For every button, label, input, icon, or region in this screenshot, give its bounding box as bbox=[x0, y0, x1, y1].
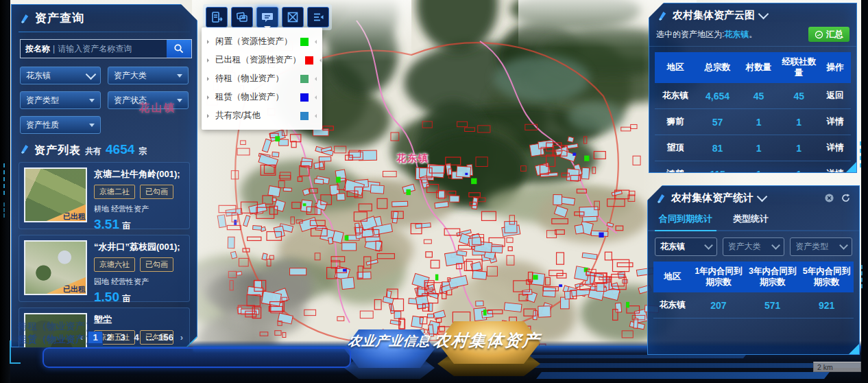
col-header: 5年内合同到期宗数 bbox=[799, 262, 854, 292]
left-panel-stand bbox=[43, 347, 351, 368]
back-link[interactable]: 返回 bbox=[819, 83, 851, 109]
asset-area-unit: 亩 bbox=[122, 293, 130, 305]
legend-item[interactable]: 共有宗/其他 bbox=[207, 106, 317, 125]
asset-type-select[interactable]: 资产类型 bbox=[20, 91, 101, 109]
col-header: 3年内合同到期宗数 bbox=[745, 262, 799, 292]
caret-down-icon bbox=[177, 99, 182, 102]
refresh-icon[interactable] bbox=[841, 193, 851, 203]
legend-label: 共有宗/其他 bbox=[215, 110, 296, 121]
nav-rural-collective-asset-label[interactable]: 农村集体资产 bbox=[432, 329, 541, 351]
total-count-cell: 57 bbox=[696, 109, 739, 135]
region-cell: 花东镇 bbox=[655, 83, 696, 109]
stats-category-select[interactable]: 资产大类 bbox=[723, 237, 785, 256]
edge-decoration bbox=[860, 141, 861, 167]
asset-list-item[interactable]: 已出租 “水井口”荔枝园(001); 京塘六社 已勾画 园地 经营性资产 1.5… bbox=[19, 235, 190, 302]
panel-title: 农村集体资产云图 bbox=[673, 9, 755, 22]
expiry-3y-cell: 571 bbox=[745, 292, 799, 318]
tab-type-stats[interactable]: 类型统计 bbox=[732, 210, 770, 230]
expiry-5y-cell: 921 bbox=[799, 292, 854, 318]
chevron-down-icon[interactable] bbox=[758, 9, 769, 20]
selected-region: 花东镇 bbox=[724, 29, 749, 40]
total-count-cell: 4,654 bbox=[696, 83, 739, 109]
region-cell: 花东镇 bbox=[653, 292, 691, 318]
caret-down-icon bbox=[89, 124, 95, 127]
page-156-button[interactable]: 156 bbox=[157, 332, 175, 343]
col-header: 总宗数 bbox=[696, 52, 739, 83]
close-icon[interactable] bbox=[824, 193, 834, 203]
col-header: 地区 bbox=[655, 52, 696, 83]
asset-tag: 已勾画 bbox=[140, 185, 173, 199]
detail-link[interactable]: 详情 bbox=[819, 135, 851, 161]
legend-label: 闲置（资源性资产） bbox=[215, 36, 296, 47]
expiry-1y-cell: 207 bbox=[691, 292, 745, 318]
clear-box-icon[interactable] bbox=[282, 7, 304, 27]
left-edge-shadow bbox=[0, 0, 10, 383]
page-prev-button[interactable]: ‹ bbox=[75, 332, 88, 343]
arrow-left-icon bbox=[313, 77, 317, 81]
nav-agriculture-industry-label[interactable]: 农业产业信息 bbox=[348, 332, 432, 350]
region-cell: 鸿鹤 bbox=[655, 161, 696, 173]
legend-item[interactable]: 闲置（资源性资产） bbox=[207, 32, 317, 51]
tab-contract-expiry[interactable]: 合同到期统计 bbox=[658, 210, 714, 230]
search-button[interactable] bbox=[167, 40, 191, 58]
arrow-left-icon bbox=[313, 95, 317, 100]
layer-list-icon[interactable] bbox=[307, 7, 329, 27]
summary-label: 汇总 bbox=[826, 29, 843, 40]
search-box: 按名称 | bbox=[20, 39, 192, 58]
asset-title: 京塘二社牛角岭(001); bbox=[94, 168, 180, 181]
asset-list-item[interactable]: 已出租 塱坣 京塘五社 已勾画 园地 经营性资产 9.00 亩 bbox=[19, 307, 190, 351]
stats-town-select[interactable]: 花东镇 bbox=[655, 237, 717, 256]
stats-type-select[interactable]: 资产类型 bbox=[790, 237, 852, 256]
page-3-button[interactable]: 3 bbox=[116, 332, 130, 343]
chevron-down-icon[interactable] bbox=[757, 192, 768, 202]
rural-asset-cloud-panel: 农村集体资产云图 选中的资产地区为: 花东镇 。 汇总 地区 总宗数 村数量 经… bbox=[649, 3, 857, 173]
panel-title: 农村集体资产统计 bbox=[671, 192, 754, 205]
asset-list-title: 资产列表 bbox=[34, 143, 81, 158]
detail-link[interactable]: 详情 bbox=[819, 109, 851, 135]
asset-count: 4654 bbox=[106, 143, 134, 156]
comment-legend-icon[interactable] bbox=[256, 7, 278, 27]
asset-category-text: 耕地 经营性资产 bbox=[94, 204, 180, 214]
legend-item[interactable]: 已出租（资源性资产） bbox=[207, 51, 317, 69]
image-gallery-icon[interactable] bbox=[231, 7, 253, 27]
asset-title: “水井口”荔枝园(001); bbox=[94, 241, 180, 253]
coop-count-cell: 1 bbox=[778, 161, 819, 173]
legend-item[interactable]: 租赁（物业资产） bbox=[207, 88, 317, 106]
chevron-down-icon bbox=[86, 69, 97, 80]
region-summary-table: 地区 总宗数 村数量 经联社数量 操作 花东镇 4,654 45 45 返回 狮… bbox=[655, 52, 851, 173]
stats-town-value: 花东镇 bbox=[660, 241, 685, 253]
legend-color-swatch bbox=[300, 93, 309, 102]
asset-name-search-input[interactable] bbox=[55, 44, 167, 54]
page-2-button[interactable]: 2 bbox=[102, 332, 116, 343]
asset-category-select[interactable]: 资产大类 bbox=[108, 67, 189, 84]
export-document-icon[interactable] bbox=[206, 7, 228, 27]
legend-item[interactable]: 待租（物业资产） bbox=[207, 69, 317, 88]
asset-list-item[interactable]: 已出租 京塘二社牛角岭(001); 京塘二社 已勾画 耕地 经营性资产 3.51… bbox=[19, 162, 190, 229]
stats-tabs: 合同到期统计 类型统计 bbox=[648, 209, 859, 231]
asset-status-value: 资产状态 bbox=[114, 95, 147, 106]
col-header: 经联社数量 bbox=[778, 52, 819, 83]
map-legend: 闲置（资源性资产） 已出租（资源性资产） 待租（物业资产） 租赁（物业资产） 共… bbox=[202, 27, 322, 130]
summary-button[interactable]: 汇总 bbox=[808, 27, 849, 42]
town-select[interactable]: 花东镇 bbox=[20, 67, 101, 84]
rented-badge: 已出租 bbox=[43, 204, 87, 222]
rural-asset-stats-panel: 农村集体资产统计 合同到期统计 类型统计 花东镇 资产大类 资产类型 bbox=[647, 185, 860, 355]
page-4-button[interactable]: 4 bbox=[130, 332, 143, 343]
asset-list: 已出租 京塘二社牛角岭(001); 京塘二社 已勾画 耕地 经营性资产 3.51… bbox=[19, 162, 190, 351]
table-row: 鸿鹤 115 1 1 详情 bbox=[655, 161, 851, 173]
asset-status-select[interactable]: 资产状态 bbox=[108, 91, 189, 109]
asset-nature-value: 资产性质 bbox=[26, 119, 59, 131]
asset-nature-select[interactable]: 资产性质 bbox=[20, 116, 101, 134]
map-toolbar bbox=[203, 4, 332, 30]
selected-region-prefix: 选中的资产地区为: bbox=[656, 29, 724, 40]
col-header: 地区 bbox=[653, 262, 691, 292]
count-prefix: 共有 bbox=[85, 146, 101, 157]
detail-link[interactable]: 详情 bbox=[819, 161, 851, 173]
village-count-cell: 1 bbox=[739, 161, 778, 173]
arrow-right-icon bbox=[207, 40, 211, 44]
legend-label: 待租（物业资产） bbox=[215, 73, 296, 84]
table-row: 花东镇 4,654 45 45 返回 bbox=[655, 83, 851, 109]
page-next-button[interactable]: › bbox=[175, 332, 189, 343]
page-1-button[interactable]: 1 bbox=[88, 332, 102, 343]
edge-decoration bbox=[861, 265, 863, 288]
